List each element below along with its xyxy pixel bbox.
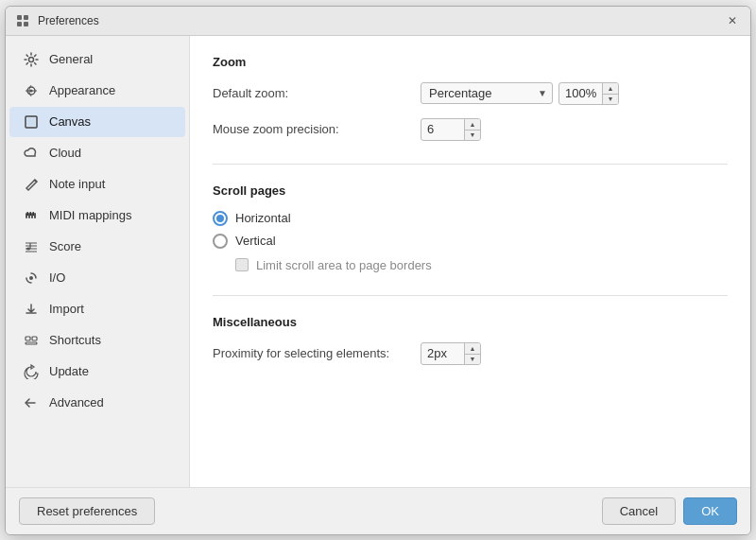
sidebar-item-general[interactable]: General bbox=[9, 44, 185, 75]
sidebar-item-note-input[interactable]: Note input bbox=[9, 169, 185, 200]
proximity-up[interactable]: ▲ bbox=[465, 343, 480, 354]
sidebar: General Appearance bbox=[6, 36, 190, 487]
proximity-down[interactable]: ▼ bbox=[465, 354, 480, 364]
scroll-section-title: Scroll pages bbox=[213, 183, 728, 198]
vertical-radio-circle bbox=[213, 234, 228, 249]
update-icon bbox=[23, 363, 40, 380]
vertical-radio-label: Vertical bbox=[235, 234, 276, 248]
svg-rect-12 bbox=[34, 213, 36, 218]
sidebar-label-canvas: Canvas bbox=[49, 114, 91, 129]
sidebar-item-midi[interactable]: MIDI mappings bbox=[9, 200, 185, 231]
svg-rect-14 bbox=[30, 212, 32, 216]
svg-rect-0 bbox=[17, 15, 22, 20]
mouse-zoom-spinner-buttons: ▲ ▼ bbox=[464, 119, 480, 140]
proximity-row: Proximity for selecting elements: ▲ ▼ bbox=[213, 342, 728, 365]
sidebar-label-update: Update bbox=[49, 364, 89, 378]
mouse-zoom-label: Mouse zoom precision: bbox=[213, 122, 421, 136]
mouse-zoom-down[interactable]: ▼ bbox=[465, 130, 480, 140]
zoom-section: Zoom Default zoom: Percentage Whole Page… bbox=[213, 55, 728, 141]
advanced-icon bbox=[23, 394, 40, 411]
sidebar-label-cloud: Cloud bbox=[49, 146, 81, 160]
limit-scroll-checkbox-item[interactable]: Limit scroll area to page borders bbox=[235, 258, 728, 272]
reset-preferences-button[interactable]: Reset preferences bbox=[19, 497, 155, 525]
horizontal-radio-item[interactable]: Horizontal bbox=[213, 211, 728, 226]
sidebar-item-cloud[interactable]: Cloud bbox=[9, 138, 185, 168]
vertical-radio-item[interactable]: Vertical bbox=[213, 234, 728, 249]
svg-point-16 bbox=[26, 247, 30, 250]
proximity-input[interactable] bbox=[421, 343, 464, 363]
sidebar-label-appearance: Appearance bbox=[49, 83, 115, 97]
import-icon bbox=[23, 301, 40, 318]
sidebar-label-shortcuts: Shortcuts bbox=[49, 333, 101, 347]
divider-1 bbox=[213, 164, 728, 165]
preferences-window: Preferences ✕ General bbox=[5, 6, 751, 535]
sidebar-item-io[interactable]: I/O bbox=[9, 263, 185, 293]
zoom-percent-down[interactable]: ▼ bbox=[603, 94, 618, 104]
svg-rect-20 bbox=[32, 337, 37, 340]
zoom-select[interactable]: Percentage Whole Page Page Width Two Pag… bbox=[421, 82, 553, 104]
sidebar-label-import: Import bbox=[49, 302, 84, 316]
horizontal-radio-dot bbox=[216, 215, 224, 222]
svg-rect-15 bbox=[33, 212, 35, 216]
default-zoom-row: Default zoom: Percentage Whole Page Page… bbox=[213, 82, 728, 105]
scroll-section: Scroll pages Horizontal Vertical bbox=[213, 183, 728, 272]
sidebar-item-canvas[interactable]: Canvas bbox=[9, 107, 185, 137]
svg-rect-19 bbox=[26, 337, 30, 340]
svg-rect-13 bbox=[27, 212, 29, 216]
score-icon bbox=[23, 238, 40, 255]
limit-scroll-label: Limit scroll area to page borders bbox=[256, 258, 432, 272]
shortcuts-icon bbox=[23, 332, 40, 349]
note-input-icon bbox=[23, 176, 40, 193]
sidebar-label-advanced: Advanced bbox=[49, 395, 104, 409]
cancel-button[interactable]: Cancel bbox=[602, 497, 676, 525]
content-area: General Appearance bbox=[6, 36, 750, 487]
close-button[interactable]: ✕ bbox=[724, 12, 741, 29]
sidebar-label-note-input: Note input bbox=[49, 177, 105, 191]
zoom-percent-spinner-buttons: ▲ ▼ bbox=[602, 83, 618, 104]
title-bar-left: Preferences bbox=[15, 13, 99, 28]
sidebar-item-shortcuts[interactable]: Shortcuts bbox=[9, 325, 185, 356]
divider-2 bbox=[213, 295, 728, 296]
horizontal-radio-label: Horizontal bbox=[235, 211, 291, 225]
svg-rect-3 bbox=[24, 22, 28, 26]
zoom-percent-up[interactable]: ▲ bbox=[603, 83, 618, 94]
zoom-percent-input[interactable] bbox=[559, 83, 602, 103]
svg-rect-2 bbox=[17, 22, 22, 26]
sidebar-label-io: I/O bbox=[49, 270, 65, 285]
svg-rect-21 bbox=[26, 342, 37, 344]
misc-section-title: Miscellaneous bbox=[213, 315, 728, 329]
mouse-zoom-spinner: ▲ ▼ bbox=[421, 118, 481, 141]
title-bar: Preferences ✕ bbox=[6, 7, 750, 36]
sidebar-label-midi: MIDI mappings bbox=[49, 208, 131, 222]
sidebar-item-advanced[interactable]: Advanced bbox=[9, 388, 185, 418]
scroll-radio-group: Horizontal Vertical bbox=[213, 211, 728, 249]
proximity-label: Proximity for selecting elements: bbox=[213, 346, 421, 360]
ok-button[interactable]: OK bbox=[683, 497, 737, 525]
svg-point-4 bbox=[29, 57, 34, 61]
mouse-zoom-up[interactable]: ▲ bbox=[465, 119, 480, 130]
mouse-zoom-input[interactable] bbox=[421, 119, 464, 139]
mouse-zoom-row: Mouse zoom precision: ▲ ▼ bbox=[213, 118, 728, 141]
sidebar-item-appearance[interactable]: Appearance bbox=[9, 76, 185, 106]
sidebar-item-import[interactable]: Import bbox=[9, 294, 185, 324]
general-icon bbox=[23, 51, 40, 68]
svg-rect-1 bbox=[24, 15, 28, 20]
default-zoom-label: Default zoom: bbox=[213, 86, 421, 100]
misc-section: Miscellaneous Proximity for selecting el… bbox=[213, 315, 728, 365]
svg-rect-8 bbox=[27, 118, 35, 126]
midi-icon bbox=[23, 207, 40, 224]
zoom-percent-spinner: ▲ ▼ bbox=[558, 82, 619, 105]
default-zoom-controls: Percentage Whole Page Page Width Two Pag… bbox=[421, 82, 619, 105]
proximity-spinner-buttons: ▲ ▼ bbox=[464, 343, 480, 364]
sidebar-item-score[interactable]: Score bbox=[9, 232, 185, 262]
cloud-icon bbox=[23, 145, 40, 162]
sidebar-item-update[interactable]: Update bbox=[9, 357, 185, 387]
proximity-spinner: ▲ ▼ bbox=[421, 342, 481, 365]
io-icon bbox=[23, 270, 40, 287]
sidebar-label-general: General bbox=[49, 52, 93, 66]
appearance-icon bbox=[23, 82, 40, 99]
footer: Reset preferences Cancel OK bbox=[6, 487, 750, 534]
window-title: Preferences bbox=[38, 14, 99, 27]
limit-scroll-checkbox bbox=[235, 258, 249, 271]
zoom-select-wrapper: Percentage Whole Page Page Width Two Pag… bbox=[421, 82, 553, 104]
